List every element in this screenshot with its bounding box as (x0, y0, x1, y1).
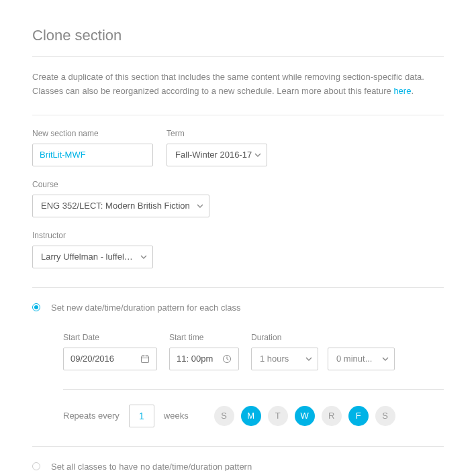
chevron-down-icon (140, 255, 147, 259)
radio-icon-unselected (32, 462, 40, 470)
new-section-name-input[interactable] (32, 144, 153, 166)
time-hour: 11 (177, 354, 186, 364)
repeats-value-input[interactable] (129, 405, 154, 427)
divider (32, 115, 444, 115)
start-date-label: Start Date (63, 333, 157, 342)
chevron-down-icon (254, 153, 261, 157)
svg-line-6 (227, 359, 229, 360)
term-value: Fall-Winter 2016-17 (175, 150, 252, 160)
start-time-group: Start time 11: 00pm (169, 333, 239, 370)
schedule-block: Start Date 09/20/2016 Start time 11: 00p… (32, 333, 444, 427)
schedule-row: Start Date 09/20/2016 Start time 11: 00p… (63, 333, 444, 370)
chevron-down-icon (305, 357, 312, 361)
repeats-prefix: Repeats every (63, 411, 120, 421)
instructor-label: Instructor (32, 231, 153, 240)
course-group: Course ENG 352/LECT: Modern British Fict… (32, 180, 209, 217)
dialog-body: Clone section Create a duplicate of this… (0, 0, 476, 471)
divider (63, 389, 444, 390)
start-time-label: Start time (169, 333, 239, 342)
duration-hours-value: 1 hours (260, 354, 289, 364)
time-minute: 00 (191, 354, 201, 364)
time-ampm: pm (201, 354, 213, 364)
term-label: Term (166, 129, 267, 138)
course-value: ENG 352/LECT: Modern British Fiction (41, 201, 190, 211)
day-chip-wed[interactable]: W (295, 406, 315, 426)
duration-minutes-value: 0 minut... (336, 354, 372, 364)
course-select[interactable]: ENG 352/LECT: Modern British Fiction (32, 195, 209, 217)
radio-no-pattern[interactable]: Set all classes to have no date/time/dur… (32, 462, 444, 471)
start-date-group: Start Date 09/20/2016 (63, 333, 157, 370)
instructor-value: Larry Uffelman - luffelma... (41, 252, 134, 262)
new-section-name-label: New section name (32, 129, 153, 138)
divider (32, 287, 444, 288)
instructor-select[interactable]: Larry Uffelman - luffelma... (32, 246, 153, 268)
learn-more-link[interactable]: here (393, 86, 411, 96)
repeats-suffix: weeks (164, 411, 189, 421)
day-chip-mon[interactable]: M (241, 406, 261, 426)
radio-no-pattern-label: Set all classes to have no date/time/dur… (51, 462, 252, 471)
calendar-icon (140, 354, 150, 364)
day-chip-fri[interactable]: F (348, 406, 369, 426)
day-chip-thu[interactable]: R (322, 406, 342, 426)
instructor-group: Instructor Larry Uffelman - luffelma... (32, 231, 153, 268)
new-section-name-group: New section name (32, 129, 153, 166)
divider (32, 446, 444, 447)
start-date-input[interactable]: 09/20/2016 (63, 348, 157, 370)
clock-icon (222, 354, 232, 364)
duration-minutes-select[interactable]: 0 minut... (328, 348, 395, 370)
chevron-down-icon (197, 204, 203, 208)
chevron-down-icon (382, 357, 389, 361)
description-text: Create a duplicate of this section that … (32, 70, 444, 99)
description-span: Create a duplicate of this section that … (32, 72, 424, 96)
start-date-value: 09/20/2016 (70, 354, 114, 364)
period: . (411, 86, 414, 96)
radio-set-pattern-label: Set new date/time/duration pattern for e… (51, 303, 241, 313)
course-label: Course (32, 180, 209, 189)
day-chip-sat[interactable]: S (375, 406, 395, 426)
radio-set-pattern[interactable]: Set new date/time/duration pattern for e… (32, 303, 444, 313)
duration-hours-select[interactable]: 1 hours (251, 348, 318, 370)
duration-label: Duration (251, 333, 395, 342)
term-select[interactable]: Fall-Winter 2016-17 (166, 144, 267, 166)
radio-icon-selected (32, 303, 40, 311)
page-title: Clone section (32, 27, 444, 44)
day-chips: S M T W R F S (214, 406, 395, 426)
repeats-row: Repeats every weeks S M T W R F S (63, 405, 444, 427)
form-row-1: New section name Term Fall-Winter 2016-1… (32, 129, 444, 217)
day-chip-sun[interactable]: S (214, 406, 234, 426)
start-time-value: 11: 00pm (177, 354, 213, 364)
day-chip-tue[interactable]: T (268, 406, 288, 426)
form-row-2: Instructor Larry Uffelman - luffelma... (32, 231, 444, 268)
svg-rect-0 (142, 356, 149, 362)
term-group: Term Fall-Winter 2016-17 (166, 129, 267, 166)
duration-group: Duration 1 hours 0 minut... (251, 333, 395, 370)
start-time-input[interactable]: 11: 00pm (169, 348, 239, 370)
divider (32, 56, 444, 57)
